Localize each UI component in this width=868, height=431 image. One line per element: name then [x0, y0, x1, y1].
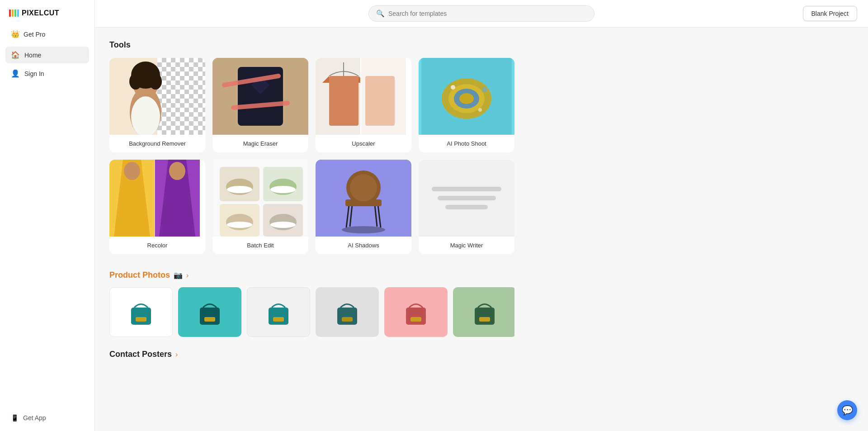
- tool-card-image-ai-photo-shoot: [419, 58, 514, 135]
- ai-shadows-svg: [318, 160, 409, 237]
- product-photo-card-4[interactable]: [316, 287, 379, 337]
- contact-posters-title: Contact Posters: [109, 350, 172, 359]
- contact-posters-arrow[interactable]: ›: [175, 350, 178, 359]
- tool-card-magic-writer[interactable]: Magic Writer: [419, 160, 514, 254]
- svg-rect-64: [337, 308, 357, 325]
- logo-text: PIXELCUT: [22, 9, 59, 17]
- svg-point-48: [270, 222, 296, 228]
- product-photos-grid: [109, 287, 514, 337]
- logo-icon: [9, 9, 19, 17]
- product-photo-card-5[interactable]: [384, 287, 448, 337]
- ai-photo-visual: [419, 58, 514, 135]
- tool-card-label-recolor: Recolor: [109, 237, 205, 254]
- product-photo-card-3[interactable]: [247, 287, 310, 337]
- product-photos-arrow[interactable]: ›: [186, 271, 189, 279]
- tool-card-label-ai-photo-shoot: AI Photo Shoot: [419, 135, 514, 152]
- svg-rect-63: [273, 317, 284, 322]
- sidebar-item-label-signin: Sign In: [24, 70, 44, 77]
- chat-icon: 💬: [842, 405, 853, 416]
- svg-point-50: [342, 226, 385, 233]
- bg-remover-visual: [109, 58, 205, 135]
- svg-rect-65: [342, 317, 353, 322]
- svg-rect-61: [204, 317, 215, 322]
- main-content: 🔍 Blank Project Tools: [95, 0, 868, 431]
- product-photos-section-header: Product Photos 📷 ›: [109, 270, 514, 280]
- tool-card-recolor[interactable]: Recolor: [109, 160, 205, 254]
- sidebar: PIXELCUT 👑 Get Pro 🏠 Home 👤 Sign In 📱 Ge…: [0, 0, 95, 431]
- svg-rect-19: [365, 76, 395, 126]
- tool-card-image-background-remover: [109, 58, 205, 135]
- svg-rect-58: [131, 308, 151, 325]
- recolor-svg: [109, 160, 200, 237]
- svg-point-45: [227, 222, 252, 228]
- svg-rect-59: [136, 317, 146, 322]
- search-input[interactable]: [388, 10, 587, 17]
- svg-point-31: [124, 162, 140, 180]
- magic-writer-line-1: [432, 187, 502, 191]
- purse-svg-2: [192, 296, 228, 328]
- tool-card-label-background-remover: Background Remover: [109, 135, 205, 152]
- tool-card-label-upscaler: Upscaler: [316, 135, 411, 152]
- tool-card-image-recolor: [109, 160, 205, 237]
- upscaler-visual: [316, 58, 411, 135]
- svg-rect-62: [269, 308, 288, 325]
- product-photo-card-2[interactable]: [178, 287, 241, 337]
- magic-writer-visual: [419, 160, 514, 237]
- tool-card-upscaler[interactable]: Upscaler: [316, 58, 411, 152]
- svg-point-25: [459, 93, 474, 104]
- contact-posters-section-header: Contact Posters ›: [109, 350, 514, 359]
- purse-svg-4: [329, 296, 365, 328]
- logo: PIXELCUT: [0, 0, 94, 24]
- sidebar-bottom: 📱 Get App: [0, 405, 94, 431]
- search-icon: 🔍: [376, 9, 385, 18]
- svg-point-4: [129, 73, 142, 90]
- magic-eraser-visual: [212, 58, 308, 135]
- tool-card-label-magic-eraser: Magic Eraser: [212, 135, 308, 152]
- mobile-icon: 📱: [11, 414, 19, 422]
- chat-bubble-button[interactable]: 💬: [837, 400, 857, 420]
- tool-card-label-magic-writer: Magic Writer: [419, 237, 514, 254]
- tools-grid: Background Remover: [109, 58, 514, 254]
- blank-project-button[interactable]: Blank Project: [803, 6, 857, 21]
- tool-card-image-batch-edit: [212, 160, 308, 237]
- get-pro-button[interactable]: 👑 Get Pro: [5, 26, 89, 42]
- purse-svg-5: [398, 296, 434, 328]
- batch-edit-svg: [216, 163, 307, 237]
- recolor-visual: [109, 160, 205, 237]
- svg-rect-67: [410, 317, 421, 322]
- product-photo-card-6[interactable]: [453, 287, 514, 337]
- person-svg: [109, 58, 200, 135]
- magic-eraser-svg: [215, 58, 306, 135]
- purse-svg-3: [260, 296, 297, 328]
- content-area: Tools: [95, 28, 529, 374]
- svg-point-34: [169, 162, 185, 180]
- logo-bar-red: [9, 9, 11, 17]
- svg-point-5: [149, 73, 162, 90]
- tool-card-batch-edit[interactable]: Batch Edit: [212, 160, 308, 254]
- svg-point-26: [451, 85, 455, 90]
- search-bar[interactable]: 🔍: [368, 5, 594, 22]
- magic-writer-line-2: [438, 196, 496, 200]
- svg-point-42: [270, 186, 296, 193]
- purse-svg-6: [467, 296, 503, 328]
- logo-bar-orange: [12, 9, 14, 17]
- get-app-label: Get App: [23, 414, 46, 422]
- batch-edit-visual: [212, 160, 308, 237]
- header: 🔍 Blank Project: [95, 0, 868, 28]
- svg-rect-60: [200, 308, 220, 325]
- tool-card-magic-eraser[interactable]: Magic Eraser: [212, 58, 308, 152]
- home-icon: 🏠: [11, 51, 20, 59]
- tool-card-image-ai-shadows: [316, 160, 411, 237]
- product-photos-title: Product Photos: [109, 270, 170, 280]
- ai-photo-svg: [421, 58, 512, 135]
- tool-card-ai-shadows[interactable]: AI Shadows: [316, 160, 411, 254]
- sidebar-item-signin[interactable]: 👤 Sign In: [5, 65, 89, 82]
- tool-card-image-magic-writer: [419, 160, 514, 237]
- product-photo-card-1[interactable]: [109, 287, 173, 337]
- logo-bar-green: [14, 9, 16, 17]
- tool-card-ai-photo-shoot[interactable]: AI Photo Shoot: [419, 58, 514, 152]
- tool-card-background-remover[interactable]: Background Remover: [109, 58, 205, 152]
- sidebar-item-home[interactable]: 🏠 Home: [5, 47, 89, 63]
- get-app-button[interactable]: 📱 Get App: [5, 410, 89, 426]
- tool-card-label-ai-shadows: AI Shadows: [316, 237, 411, 254]
